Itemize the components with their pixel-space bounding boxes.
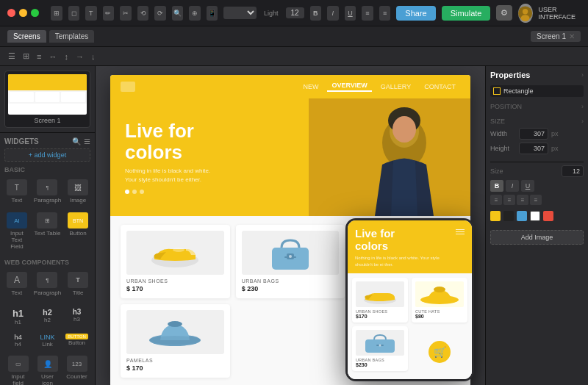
tab-templates[interactable]: Templates <box>49 30 95 43</box>
tool-icon-zoom[interactable]: ⊕ <box>189 6 201 21</box>
tool-icon-6[interactable]: ⟲ <box>137 6 149 21</box>
dot-2[interactable] <box>132 190 137 194</box>
tool-icon-5[interactable]: ✂ <box>120 6 132 21</box>
web-h2[interactable]: h2 h2 <box>34 305 61 328</box>
italic-style-btn[interactable]: I <box>506 180 519 192</box>
layer-icon-move[interactable]: ≡ <box>35 51 43 62</box>
bold-style-btn[interactable]: B <box>490 180 503 192</box>
product-shoes[interactable]: URBAN SHOES $ 170 <box>121 225 230 298</box>
tool-icon-device[interactable]: 📱 <box>207 6 218 21</box>
web-text[interactable]: A Text <box>4 269 29 299</box>
color-dark[interactable] <box>503 211 514 221</box>
screen-1-thumb[interactable]: Screen 1 <box>4 71 90 128</box>
widget-filter-icon[interactable]: ☰ <box>84 137 90 145</box>
tool-icon-4[interactable]: ✏ <box>103 6 115 21</box>
product-bags-img <box>242 231 340 275</box>
widget-paragraph[interactable]: ¶ Paragraph <box>32 176 62 206</box>
tab-screens[interactable]: Screens <box>7 30 46 43</box>
screen-breadcrumb: Screen 1 ✕ <box>531 31 581 42</box>
web-h1[interactable]: h1 h1 <box>4 305 32 328</box>
layer-icon-h[interactable]: ↔ <box>46 51 59 62</box>
widget-image[interactable]: 🖼 Image <box>65 176 90 206</box>
widget-text-label: Text <box>12 197 23 204</box>
web-input-field[interactable]: ▭ Input field <box>4 353 32 385</box>
widget-image-icon: 🖼 <box>68 179 88 195</box>
web-user-icon[interactable]: 👤 User icon <box>34 353 61 385</box>
share-button[interactable]: Share <box>396 6 435 21</box>
dot-3[interactable] <box>140 190 144 194</box>
align-left-btn[interactable]: ≡ <box>362 6 373 21</box>
add-widget-button[interactable]: + add widget <box>4 148 90 162</box>
widget-button[interactable]: BTN Button <box>65 209 90 253</box>
color-blue[interactable] <box>517 211 527 221</box>
web-title[interactable]: T Title <box>65 269 90 299</box>
width-input[interactable] <box>519 128 548 140</box>
nav-contact[interactable]: CONTACT <box>420 83 460 90</box>
underline-btn[interactable]: U <box>345 6 356 21</box>
pamelas-label: PAMELAS <box>126 358 224 363</box>
tool-icon-7[interactable]: ⟳ <box>154 6 166 21</box>
web-link[interactable]: LINK Link <box>34 331 61 350</box>
tool-icon-8[interactable]: 🔍 <box>172 6 184 21</box>
layer-icon-list[interactable]: ☰ <box>6 50 18 62</box>
font-select[interactable]: Arial <box>223 7 257 19</box>
font-size-input[interactable] <box>286 7 304 18</box>
tool-icon-3[interactable]: T <box>85 6 97 21</box>
close-tab-icon[interactable]: ✕ <box>569 32 575 40</box>
layer-icon-grid[interactable]: ⊞ <box>21 50 32 62</box>
mobile-cart-badge[interactable]: 🛒 <box>429 341 451 363</box>
position-title: Position › <box>490 103 584 110</box>
tool-icon-1[interactable]: ⊞ <box>51 6 62 21</box>
widget-search-icon[interactable]: 🔍 <box>72 137 81 145</box>
shape-label: Rectangle <box>503 87 534 95</box>
color-white[interactable] <box>530 211 540 221</box>
widget-text[interactable]: T Text <box>4 176 29 206</box>
web-h4[interactable]: h4 h4 <box>4 331 32 350</box>
align-center-btn[interactable]: ≡ <box>379 6 391 21</box>
close-button[interactable] <box>7 9 15 17</box>
align-left-btn[interactable]: ≡ <box>490 195 502 205</box>
mobile-cart-area: 🛒 <box>412 326 467 371</box>
widget-input-text[interactable]: AI Input TextField <box>4 209 29 253</box>
mobile-mockup[interactable]: Live forcolors Nothing in life is black … <box>345 218 474 381</box>
color-yellow[interactable] <box>490 211 501 221</box>
bold-btn[interactable]: B <box>310 6 322 21</box>
minimize-button[interactable] <box>19 9 27 17</box>
add-image-button[interactable]: Add Image <box>490 230 584 245</box>
nav-gallery[interactable]: GALLERY <box>376 83 415 90</box>
nav-overview[interactable]: OVERVIEW <box>327 82 371 92</box>
product-bags[interactable]: URBAN BAGS $ 230 <box>236 225 345 298</box>
layer-icon-v[interactable]: ↕ <box>62 51 71 62</box>
maximize-button[interactable] <box>31 9 39 17</box>
tool-icon-2[interactable]: ◻ <box>68 6 80 21</box>
height-input[interactable] <box>519 143 548 154</box>
color-red[interactable] <box>543 211 553 221</box>
panel-expand-icon[interactable]: › <box>581 71 584 79</box>
layer-icon-right[interactable]: → <box>74 51 86 62</box>
align-center-btn[interactable]: ≡ <box>503 195 515 205</box>
web-button[interactable]: BUTTON Button <box>63 331 90 350</box>
web-counter[interactable]: 123 Counter <box>63 353 90 385</box>
dot-1[interactable] <box>125 190 129 194</box>
mobile-product-shoes[interactable]: URBAN SHOES $170 <box>352 278 408 323</box>
h3-label: h3 <box>74 316 80 323</box>
screen-label: Screen 1 <box>537 32 566 40</box>
italic-btn[interactable]: I <box>327 6 339 21</box>
nav-new[interactable]: NEW <box>298 83 323 90</box>
mobile-product-cute-hats[interactable]: CUTE HATS $80 <box>412 278 467 323</box>
settings-button[interactable]: ⚙ <box>496 5 512 21</box>
product-pamelas[interactable]: PAMELAS $ 170 <box>121 304 230 378</box>
align-right-btn[interactable]: ≡ <box>517 195 528 205</box>
mobile-menu-icon[interactable] <box>456 229 465 234</box>
simulate-button[interactable]: Simulate <box>442 6 491 21</box>
web-paragraph[interactable]: ¶ Paragraph <box>32 269 62 299</box>
web-widget-grid: A Text ¶ Paragraph T Title <box>4 269 90 299</box>
h1-display: h1 <box>12 308 24 319</box>
widget-table[interactable]: ⊞ Text Table <box>32 209 62 253</box>
underline-style-btn[interactable]: U <box>521 180 534 192</box>
web-h3[interactable]: h3 h3 <box>63 305 90 328</box>
font-size-panel-input[interactable] <box>562 165 584 177</box>
layer-icon-down[interactable]: ↓ <box>89 51 98 62</box>
align-justify-btn[interactable]: ≡ <box>530 195 542 205</box>
mobile-product-bags[interactable]: URBAN BAGS $230 <box>352 326 408 371</box>
